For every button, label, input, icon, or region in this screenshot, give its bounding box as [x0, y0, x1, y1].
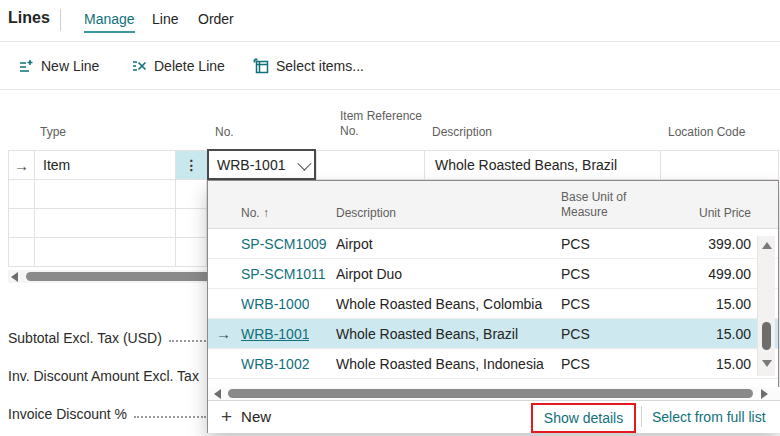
item-unit-price: 15.00	[638, 349, 751, 378]
sort-ascending-icon: ↑	[263, 206, 269, 220]
show-details-annotation-box: Show details	[531, 403, 636, 433]
item-unit-price: 499.00	[638, 259, 751, 288]
inv-discount-row: Inv. Discount Amount Excl. Tax	[8, 366, 206, 384]
business-central-lines-part: Lines Manage Line Order New Line Delete …	[0, 0, 780, 436]
dotted-leader	[169, 340, 206, 342]
lookup-row[interactable]: WRB-1000 Whole Roasted Beans, Colombia P…	[208, 289, 778, 319]
lookup-column-no[interactable]: No. ↑	[241, 206, 269, 221]
lookup-column-no-label: No.	[241, 206, 260, 220]
tab-order[interactable]: Order	[198, 11, 234, 31]
item-base-unit: PCS	[561, 229, 590, 258]
item-no-link[interactable]: WRB-1000	[241, 289, 309, 318]
lookup-horizontal-scrollbar[interactable]	[208, 387, 780, 400]
item-description: Whole Roasted Beans, Brazil	[336, 319, 554, 348]
invoice-discount-pct-row: Invoice Discount %	[8, 404, 206, 422]
item-lookup-dropdown: No. ↑ Description Base Unit of Measure U…	[207, 180, 779, 433]
column-header-no[interactable]: No.	[215, 125, 234, 140]
location-code-cell[interactable]	[660, 151, 779, 179]
toolbar-divider	[0, 89, 780, 90]
footer-separator	[641, 406, 642, 427]
item-unit-price: 399.00	[638, 229, 751, 258]
lookup-vertical-scrollbar[interactable]	[757, 236, 775, 376]
empty-spacer-cell	[175, 238, 207, 266]
item-unit-price: 15.00	[638, 289, 751, 318]
select-from-full-list-link[interactable]: Select from full list	[652, 409, 766, 425]
invoice-discount-pct-label: Invoice Discount %	[8, 406, 127, 422]
row-selector-arrow: →	[8, 151, 34, 179]
lookup-row[interactable]: SP-SCM1011 Airpot Duo PCS 499.00	[208, 259, 778, 289]
lookup-column-unit-price[interactable]: Unit Price	[651, 206, 751, 221]
select-items-button[interactable]: Select items...	[253, 56, 364, 76]
scroll-left-icon[interactable]	[214, 389, 221, 399]
grid-scrollbar-thumb[interactable]	[26, 272, 207, 281]
delete-line-button[interactable]: Delete Line	[131, 56, 225, 76]
page-title: Lines	[8, 9, 50, 27]
scroll-left-icon[interactable]	[11, 272, 18, 282]
column-header-type[interactable]: Type	[40, 125, 66, 140]
lookup-row[interactable]: SP-SCM1009 Airpot PCS 399.00	[208, 229, 778, 259]
item-no-link[interactable]: WRB-1001	[241, 319, 309, 348]
item-base-unit: PCS	[561, 259, 590, 288]
no-field-value: WRB-1001	[217, 157, 285, 173]
select-items-label: Select items...	[276, 58, 364, 74]
lookup-column-base-unit[interactable]: Base Unit of Measure	[561, 190, 649, 220]
lookup-column-description[interactable]: Description	[336, 206, 396, 221]
item-unit-price: 15.00	[638, 319, 751, 348]
header-divider	[0, 41, 780, 42]
item-no-link[interactable]: SP-SCM1009	[241, 229, 327, 258]
show-details-link[interactable]: Show details	[544, 410, 623, 426]
item-base-unit: PCS	[561, 319, 590, 348]
empty-spacer-cell	[175, 209, 207, 237]
selected-row-arrow: →	[216, 319, 231, 348]
new-item-label: New	[241, 408, 271, 425]
chevron-down-icon[interactable]	[297, 156, 311, 170]
item-description: Airpot	[336, 229, 554, 258]
column-header-item-reference-no[interactable]: Item Reference No.	[340, 109, 432, 139]
column-header-location-code[interactable]: Location Code	[668, 125, 745, 140]
item-description: Airpot Duo	[336, 259, 554, 288]
scroll-right-icon[interactable]	[761, 389, 768, 399]
empty-type-cell[interactable]	[34, 209, 175, 237]
lookup-row-selected[interactable]: → WRB-1001 Whole Roasted Beans, Brazil P…	[208, 319, 778, 349]
empty-type-cell[interactable]	[34, 180, 175, 208]
row-options-ellipsis-button[interactable]: ⋮	[175, 151, 207, 179]
empty-type-cell[interactable]	[34, 238, 175, 266]
dotted-leader	[134, 416, 206, 418]
grid-horizontal-scrollbar[interactable]	[8, 270, 207, 283]
new-line-label: New Line	[41, 58, 99, 74]
empty-selector-cell	[8, 209, 34, 237]
item-no-link[interactable]: WRB-1002	[241, 349, 309, 378]
scroll-down-icon[interactable]	[762, 360, 772, 367]
inv-discount-label: Inv. Discount Amount Excl. Tax	[8, 368, 199, 384]
item-description: Whole Roasted Beans, Colombia	[336, 289, 554, 318]
subtotal-label: Subtotal Excl. Tax (USD)	[8, 330, 162, 346]
empty-selector-cell	[8, 238, 34, 266]
no-field-input[interactable]: WRB-1001	[207, 149, 316, 180]
empty-selector-cell	[8, 180, 34, 208]
item-base-unit: PCS	[561, 289, 590, 318]
new-line-icon	[18, 58, 34, 74]
select-from-full-list-container: Select from full list	[652, 401, 766, 432]
subtotal-row: Subtotal Excl. Tax (USD)	[8, 328, 206, 346]
column-header-description[interactable]: Description	[432, 125, 492, 140]
new-line-button[interactable]: New Line	[18, 56, 99, 76]
plus-icon: +	[221, 406, 232, 428]
tab-manage[interactable]: Manage	[84, 11, 135, 33]
title-separator	[60, 9, 61, 31]
lookup-header: No. ↑ Description Base Unit of Measure U…	[208, 181, 778, 229]
new-item-button[interactable]: + New	[221, 401, 271, 432]
type-cell[interactable]: Item	[34, 151, 175, 179]
select-items-icon	[253, 58, 269, 74]
lookup-scrollbar-thumb[interactable]	[762, 322, 771, 350]
lookup-row[interactable]: WRB-1002 Whole Roasted Beans, Indonesia …	[208, 349, 778, 379]
item-description: Whole Roasted Beans, Indonesia	[336, 349, 554, 378]
item-no-link[interactable]: SP-SCM1011	[241, 259, 326, 288]
lookup-scrollbar-thumb[interactable]	[228, 389, 753, 398]
empty-spacer-cell	[175, 180, 207, 208]
description-cell[interactable]: Whole Roasted Beans, Brazil	[424, 151, 660, 179]
tab-line[interactable]: Line	[152, 11, 178, 31]
lookup-footer: + New Show details Select from full list	[208, 400, 780, 433]
item-reference-cell[interactable]	[316, 151, 424, 179]
delete-line-icon	[131, 58, 147, 74]
scroll-up-icon[interactable]	[762, 242, 772, 249]
